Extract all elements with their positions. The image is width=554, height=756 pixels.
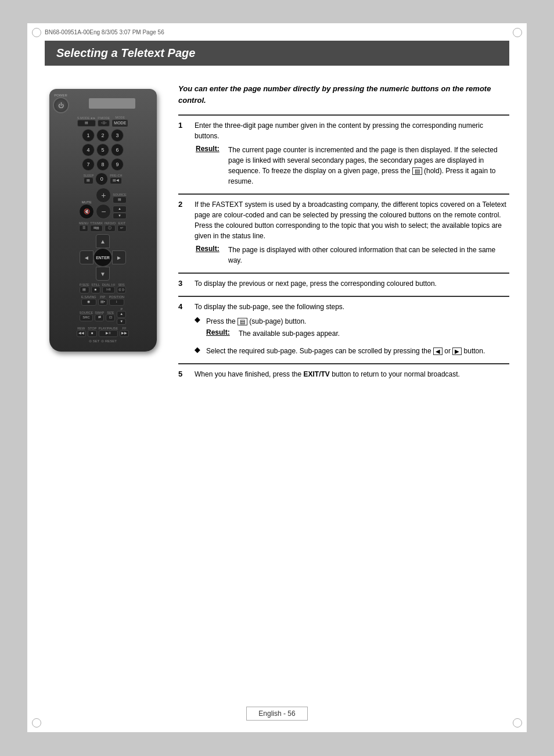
bullet-1-result-text: The available sub-pages appear. [239, 328, 340, 339]
dual-button: I-II [102, 286, 115, 293]
source2-button: SRC [80, 314, 93, 321]
divider-3-4 [178, 296, 509, 297]
set-label: ⊙ SET [89, 339, 99, 343]
source-label: SOURCE [113, 193, 127, 196]
exit-button: ↩ [117, 225, 127, 232]
divider-4-5 [178, 363, 509, 364]
step-1-container: 1 Enter the three-digit page number give… [178, 120, 509, 187]
num2-button: 2 [96, 129, 109, 142]
corner-decoration-tl [32, 28, 41, 37]
nav-down-button: ▼ [96, 267, 110, 281]
num0-button: 0 [95, 173, 108, 185]
rew-button: ◀◀ [77, 330, 86, 337]
remote-control-panel: POWER ⏻ S.MODE◄► ▤ P.MODE ◁▷ [45, 83, 161, 386]
ch-down-button: ▼ [113, 213, 127, 220]
esaving-button: ◉ [81, 299, 96, 306]
reset-label: ⊙ RESET [101, 339, 117, 343]
step-4-text: To display the sub-page, see the followi… [195, 302, 509, 312]
still-label: STILL [91, 283, 100, 286]
vol-down-button: − [96, 204, 111, 219]
bullet-1-text: Press the ▤ (sub-page) button. [206, 317, 306, 325]
bullet-1-symbol: ◆ [195, 316, 202, 342]
file-info: BN68-00951A-00Eng 8/3/05 3:07 PM Page 56 [45, 29, 164, 35]
footer-text: English - 56 [246, 707, 307, 721]
page-title: Selecting a Teletext Page [45, 41, 509, 66]
smode-label: S.MODE◄► [77, 116, 96, 120]
prech-button: ▤◀ [110, 177, 122, 184]
menu-button: ☰ [79, 225, 88, 232]
num9-button: 9 [111, 158, 124, 171]
nav-left-button: ◄ [80, 250, 93, 264]
info-button: ⓘ [105, 225, 116, 232]
srs-button: ((·)) [117, 286, 126, 293]
step-2-result-label: Result: [196, 245, 225, 266]
size-label: SIZE [106, 311, 115, 314]
step-2-result: Result: The page is displayed with other… [196, 245, 509, 266]
step-5-container: 5 When you have finished, press the EXIT… [178, 369, 509, 379]
instructions-panel: You can enter the page number directly b… [172, 83, 509, 386]
nav-up-button: ▲ [96, 234, 110, 248]
p-up-button: ▲ [117, 311, 126, 318]
step-1-text: Enter the three-digit page number given … [195, 120, 509, 141]
intro-text: You can enter the page number directly b… [178, 83, 509, 106]
rew-label: REW [77, 327, 86, 330]
power-button: ⏻ [53, 97, 69, 113]
step-1-result: Result: The current page counter is incr… [196, 145, 509, 187]
navigation-cross: ▲ ▼ ◄ ► ENTER [80, 234, 126, 281]
ch-up-button: ▲ [113, 206, 127, 213]
mute-button: 🔇 [79, 204, 94, 219]
enter-button: ENTER [93, 248, 113, 267]
step-2-container: 2 If the FASTEXT system is used by a bro… [178, 199, 509, 266]
prech-label: PRE-CH [110, 174, 122, 177]
num5-button: 5 [96, 144, 109, 156]
step-5-text: When you have finished, press the EXIT/T… [195, 369, 509, 379]
playpause-button: ▶II [99, 330, 118, 337]
menu-label: MENU [79, 221, 88, 225]
num1-button: 1 [82, 129, 95, 142]
num6-button: 6 [111, 144, 124, 156]
nav-right-button: ► [112, 250, 126, 264]
step-5-number: 5 [178, 369, 189, 379]
bullet-2-text: Select the required sub-page. Sub-pages … [206, 346, 509, 356]
step-2-number: 2 [178, 199, 189, 241]
step-2-result-text: The page is displayed with other coloure… [228, 245, 509, 266]
bullet-1-result: Result: The available sub-pages appear. [206, 328, 340, 339]
step-2-text: If the FASTEXT system is used by a broad… [195, 199, 509, 241]
position-label: POSITION [109, 295, 124, 299]
mute-label: MUTE [79, 200, 94, 204]
step-1-result-text: The current page counter is incremented … [228, 145, 509, 187]
step-4-number: 4 [178, 302, 189, 312]
p-down-button: ▼ [117, 318, 126, 325]
position-button: ↕ [109, 299, 124, 306]
step-4-bullet-2: ◆ Select the required sub-page. Sub-page… [195, 346, 509, 356]
stop-button: ■ [88, 330, 97, 337]
num4-button: 4 [82, 144, 95, 156]
remote-display [89, 98, 135, 109]
step-3-text: To display the previous or next page, pr… [195, 278, 509, 289]
esaving-label: E.SAVING [81, 295, 96, 299]
still-button: ■ [91, 286, 100, 293]
source2-label: SOURCE [80, 311, 93, 314]
remote-control: POWER ⏻ S.MODE◄► ▤ P.MODE ◁▷ [49, 89, 157, 352]
top-divider [178, 114, 509, 116]
step-4-container: 4 To display the sub-page, see the follo… [178, 302, 509, 356]
step-3-number: 3 [178, 278, 189, 289]
footer: English - 56 [27, 707, 527, 721]
playpause-label: PLAY/PAUSE [99, 327, 118, 330]
stop-label: STOP [88, 327, 97, 330]
num7-button: 7 [82, 158, 95, 171]
ttxmix-label: TTX/MIX [90, 221, 103, 225]
size-button: ⊡ [106, 314, 115, 321]
srs-label: SRS [117, 283, 126, 286]
num8-button: 8 [96, 158, 109, 171]
step-1-result-label: Result: [196, 145, 225, 187]
swap-button: ⇄ [95, 314, 104, 321]
mode-button: MODE [111, 119, 128, 127]
step-3-container: 3 To display the previous or next page, … [178, 278, 509, 289]
bullet-1-result-label: Result: [206, 328, 235, 339]
num3-button: 3 [111, 129, 124, 142]
ff-button: ▶▶ [120, 330, 129, 337]
sleep-label: SLEEP [84, 174, 94, 177]
pmode-button: ◁▷ [98, 120, 110, 127]
step-1-number: 1 [178, 120, 189, 141]
